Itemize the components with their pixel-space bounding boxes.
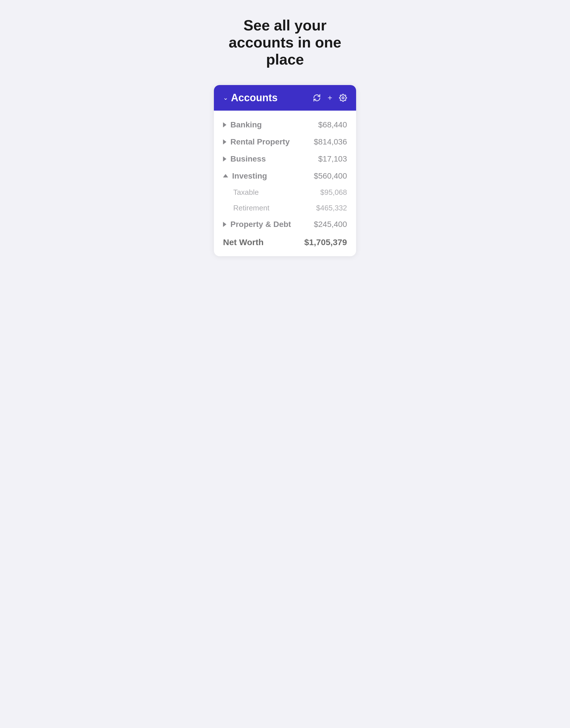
page-container: See all your accounts in one place ⌄ Acc… <box>214 17 356 256</box>
arrow-right-icon <box>223 122 226 127</box>
account-row-banking[interactable]: Banking $68,440 <box>223 116 347 133</box>
refresh-icon <box>313 94 321 102</box>
header-actions: + <box>313 94 347 102</box>
net-worth-value: $1,705,379 <box>304 238 347 247</box>
net-worth-row: Net Worth $1,705,379 <box>223 233 347 248</box>
account-row-property-debt[interactable]: Property & Debt $245,400 <box>223 216 347 233</box>
card-body: Banking $68,440 Rental Property $814,036… <box>214 111 356 256</box>
account-row-rental-property[interactable]: Rental Property $814,036 <box>223 133 347 150</box>
banking-value: $68,440 <box>318 120 347 129</box>
taxable-label: Taxable <box>233 188 259 197</box>
chevron-down-icon[interactable]: ⌄ <box>223 95 228 101</box>
rental-property-label: Rental Property <box>223 137 290 146</box>
settings-button[interactable] <box>339 94 347 102</box>
gear-icon <box>339 94 347 102</box>
business-value: $17,103 <box>318 154 347 163</box>
svg-point-0 <box>342 97 344 99</box>
retirement-label: Retirement <box>233 204 269 213</box>
add-account-button[interactable]: + <box>328 94 332 102</box>
business-label: Business <box>223 154 266 163</box>
arrow-up-icon <box>223 174 228 177</box>
refresh-button[interactable] <box>313 94 321 102</box>
arrow-right-icon <box>223 222 226 227</box>
card-header: ⌄ Accounts + <box>214 85 356 111</box>
investing-label: Investing <box>223 171 267 180</box>
sub-row-retirement[interactable]: Retirement $465,332 <box>223 200 347 216</box>
property-debt-value: $245,400 <box>314 220 347 229</box>
hero-title: See all your accounts in one place <box>214 17 356 68</box>
sub-row-taxable[interactable]: Taxable $95,068 <box>223 185 347 200</box>
plus-icon: + <box>328 94 332 102</box>
retirement-value: $465,332 <box>316 204 347 213</box>
taxable-value: $95,068 <box>320 188 347 197</box>
net-worth-label: Net Worth <box>223 238 264 247</box>
accounts-card: ⌄ Accounts + <box>214 85 356 256</box>
header-left: ⌄ Accounts <box>223 92 278 104</box>
account-row-investing[interactable]: Investing $560,400 <box>223 167 347 185</box>
arrow-right-icon <box>223 139 226 144</box>
property-debt-label: Property & Debt <box>223 220 291 229</box>
accounts-header-title: Accounts <box>231 92 278 104</box>
account-row-business[interactable]: Business $17,103 <box>223 150 347 167</box>
rental-property-value: $814,036 <box>314 137 347 146</box>
arrow-right-icon <box>223 156 226 161</box>
banking-label: Banking <box>223 120 262 129</box>
investing-value: $560,400 <box>314 171 347 180</box>
